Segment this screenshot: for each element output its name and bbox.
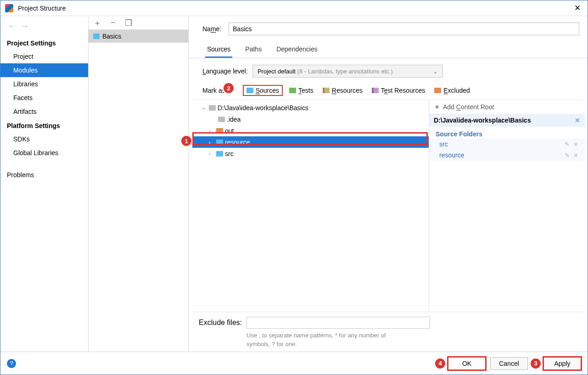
folder-icon (209, 105, 216, 111)
annotation-badge-1: 1 (181, 136, 191, 146)
cancel-button[interactable]: Cancel (490, 357, 528, 370)
help-button[interactable]: ? (7, 359, 16, 368)
nav-global-libraries[interactable]: Global Libraries (0, 146, 88, 160)
apply-button[interactable]: Apply (543, 357, 581, 370)
sources-folder-icon (246, 88, 253, 93)
mark-excluded-button[interactable]: Excluded (431, 85, 473, 95)
test-resources-folder-icon (372, 88, 379, 93)
left-nav: ← → Project Settings Project Modules Lib… (0, 16, 89, 352)
edit-icon[interactable]: ✎ (563, 152, 571, 159)
tree-label: resource (225, 139, 250, 146)
mark-tests-button[interactable]: Tests (286, 85, 316, 95)
tab-paths[interactable]: Paths (243, 43, 263, 58)
project-structure-window: Project Structure ✕ ← → Project Settings… (0, 0, 588, 375)
nav-facets[interactable]: Facets (0, 91, 88, 105)
mark-resources-button[interactable]: Resources (320, 85, 365, 95)
mark-sources-button[interactable]: Sources (243, 85, 283, 96)
module-name-input[interactable] (229, 22, 579, 35)
source-folders-header: Source Folders (429, 127, 585, 139)
exclude-hint: Use ; to separate name patterns, * for a… (199, 331, 578, 349)
source-folder-label[interactable]: src (439, 140, 563, 148)
source-folder-src: src ✎ ✕ (429, 139, 585, 150)
nav-history: ← → (0, 18, 88, 36)
excluded-folder-icon (216, 128, 223, 134)
tests-folder-icon (289, 88, 296, 93)
module-item-label: Basics (102, 33, 121, 40)
tree-label: out (225, 127, 234, 134)
window-title: Project Structure (18, 5, 572, 12)
name-label: Name: (202, 25, 221, 33)
titlebar: Project Structure ✕ (0, 0, 588, 16)
plus-icon: ＋ (434, 103, 440, 111)
remove-root-icon[interactable]: ✕ (575, 117, 580, 124)
nav-modules[interactable]: Modules (0, 63, 88, 77)
exclude-files-row: Exclude files: Use ; to separate name pa… (192, 312, 585, 352)
mark-as-row: Mark as: 2 Sources Tests Resources Test … (189, 79, 588, 99)
modules-toolbar: ＋ − ❐ (89, 16, 188, 30)
chevron-down-icon: ⌄ (433, 68, 438, 75)
annotation-badge-3: 3 (531, 358, 541, 369)
exclude-files-input[interactable] (246, 317, 430, 329)
source-folder-label[interactable]: resource (439, 151, 563, 159)
nav-header-project-settings: Project Settings (0, 36, 88, 50)
module-item-basics[interactable]: Basics (89, 30, 188, 43)
chevron-right-icon: › (209, 140, 214, 145)
copy-module-button[interactable]: ❐ (124, 18, 133, 28)
nav-project[interactable]: Project (0, 50, 88, 63)
modules-column: ＋ − ❐ Basics (89, 16, 189, 352)
chevron-down-icon: ⌄ (202, 105, 207, 111)
content-roots-panel: ＋ Add Content Root D:\Java\idea-workspla… (429, 100, 585, 312)
fwd-arrow-icon[interactable]: → (21, 22, 29, 31)
tab-dependencies[interactable]: Dependencies (274, 43, 319, 58)
content-root-path[interactable]: D:\Java\idea-worksplace\Basics ✕ (429, 114, 585, 127)
language-level-value: Project default (8 - Lambdas, type annot… (258, 68, 393, 75)
tree-item-idea[interactable]: .idea (192, 113, 429, 125)
language-level-select[interactable]: Project default (8 - Lambdas, type annot… (252, 65, 443, 78)
mark-test-resources-button[interactable]: Test Resources (369, 85, 428, 95)
chevron-right-icon: › (209, 151, 214, 157)
annotation-badge-4: 4 (435, 358, 445, 369)
tree-root-label: D:\Java\idea-worksplace\Basics (218, 104, 308, 112)
language-level-label: Language level: (202, 67, 248, 75)
intellij-logo-icon (5, 4, 13, 12)
edit-icon[interactable]: ✎ (563, 141, 571, 148)
tree-label: .idea (227, 116, 241, 123)
content-split: 1 ⌄ D:\Java\idea-worksplace\Basics .idea… (192, 100, 585, 312)
nav-header-platform-settings: Platform Settings (0, 118, 88, 132)
nav-sdks[interactable]: SDKs (0, 132, 88, 146)
folder-icon (218, 117, 225, 122)
dialog-body: ← → Project Settings Project Modules Lib… (0, 16, 588, 352)
add-module-button[interactable]: ＋ (93, 17, 101, 28)
exclude-files-label: Exclude files: (199, 319, 242, 327)
module-detail-panel: Name: Sources Paths Dependencies Languag… (189, 16, 588, 352)
source-folder-icon (216, 151, 223, 157)
tree-item-src[interactable]: › src (192, 148, 429, 159)
chevron-right-icon: › (209, 128, 214, 134)
tree-root[interactable]: ⌄ D:\Java\idea-worksplace\Basics (192, 102, 429, 113)
close-button[interactable]: ✕ (572, 3, 583, 14)
tree-item-resource[interactable]: › resource (192, 136, 429, 148)
language-level-row: Language level: Project default (8 - Lam… (189, 58, 588, 79)
nav-artifacts[interactable]: Artifacts (0, 105, 88, 118)
source-folder-resource: resource ✎ ✕ (429, 150, 585, 161)
content-tree: 1 ⌄ D:\Java\idea-worksplace\Basics .idea… (192, 100, 429, 312)
remove-icon[interactable]: ✕ (571, 152, 580, 159)
tab-sources[interactable]: Sources (205, 43, 232, 58)
remove-icon[interactable]: ✕ (571, 141, 580, 148)
module-tabs: Sources Paths Dependencies (189, 40, 588, 58)
modules-list: Basics (89, 30, 188, 352)
ok-button[interactable]: OK (448, 357, 486, 370)
source-folder-icon (216, 140, 223, 145)
remove-module-button[interactable]: − (109, 18, 117, 28)
tree-item-out[interactable]: › out (192, 125, 429, 136)
module-folder-icon (93, 34, 100, 39)
annotation-badge-2: 2 (224, 83, 234, 93)
name-row: Name: (189, 16, 588, 40)
excluded-folder-icon (434, 88, 441, 93)
back-arrow-icon[interactable]: ← (8, 22, 16, 31)
dialog-footer: ? 4 OK Cancel 3 Apply (0, 352, 588, 375)
add-content-root-button[interactable]: ＋ Add Content Root (429, 100, 585, 114)
resources-folder-icon (323, 88, 330, 93)
nav-problems[interactable]: Problems (0, 168, 88, 182)
nav-libraries[interactable]: Libraries (0, 77, 88, 91)
